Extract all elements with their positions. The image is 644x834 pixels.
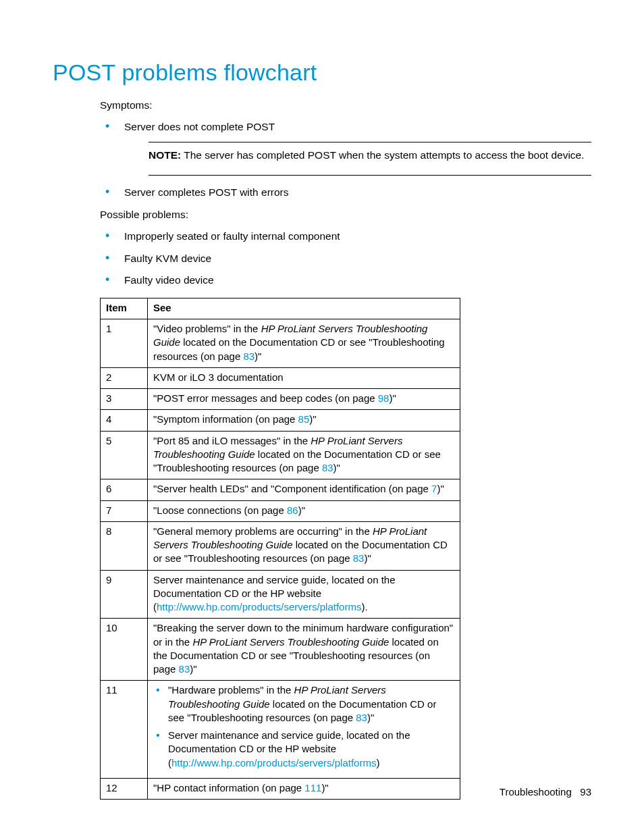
- table-row: 12 "HP contact information (on page 111)…: [101, 778, 460, 799]
- text: located on the Documentation CD or see "…: [153, 336, 445, 361]
- text: "Hardware problems" in the: [168, 684, 294, 696]
- cell-item: 11: [101, 681, 148, 779]
- symptom-item: Server does not complete POST NOTE: The …: [100, 120, 591, 176]
- footer-page-number: 93: [580, 786, 591, 798]
- cell-item: 8: [101, 521, 148, 570]
- symptoms-label: Symptoms:: [100, 98, 591, 113]
- text: )": [364, 552, 371, 564]
- cell-see: Server maintenance and service guide, lo…: [148, 570, 460, 619]
- cell-see: "Port 85 and iLO messages" in the HP Pro…: [148, 431, 460, 479]
- cell-see: "POST error messages and beep codes (on …: [148, 389, 460, 410]
- table-row: 5 "Port 85 and iLO messages" in the HP P…: [101, 431, 460, 479]
- page-link[interactable]: 85: [298, 413, 310, 425]
- cell-item: 6: [101, 479, 148, 500]
- cell-bullet-item: Server maintenance and service guide, lo…: [153, 729, 454, 770]
- text: "Port 85 and iLO messages" in the: [153, 435, 311, 446]
- table-row: 8 "General memory problems are occurring…: [101, 521, 460, 570]
- cell-see: "Breaking the server down to the minimum…: [148, 619, 460, 681]
- text: )": [190, 663, 196, 675]
- symptom-item: Server completes POST with errors: [100, 185, 591, 200]
- cell-item: 1: [101, 319, 148, 368]
- symptoms-list: Server does not complete POST NOTE: The …: [100, 120, 591, 200]
- cell-item: 12: [101, 778, 148, 799]
- cell-see: "Symptom information (on page 85)": [148, 410, 460, 431]
- text: ).: [361, 601, 367, 613]
- cell-item: 9: [101, 570, 148, 619]
- table-row: 9 Server maintenance and service guide, …: [101, 570, 460, 619]
- url-link[interactable]: http://www.hp.com/products/servers/platf…: [157, 601, 361, 613]
- possible-item: Faulty video device: [100, 273, 591, 288]
- text: "Symptom information (on page: [153, 413, 298, 425]
- table-row: 1 "Video problems" in the HP ProLiant Se…: [101, 319, 460, 368]
- cell-see: "Hardware problems" in the HP ProLiant S…: [148, 681, 460, 779]
- cell-bullet-item: "Hardware problems" in the HP ProLiant S…: [153, 683, 454, 725]
- cell-see: "HP contact information (on page 111)": [148, 778, 460, 799]
- table-row: 11 "Hardware problems" in the HP ProLian…: [101, 681, 460, 779]
- italic-text: HP ProLiant Servers Troubleshooting Guid…: [192, 636, 389, 648]
- text: )": [309, 413, 316, 425]
- cell-item: 10: [101, 619, 148, 681]
- cell-item: 3: [101, 389, 148, 410]
- cell-item: 7: [101, 500, 148, 521]
- page-link[interactable]: 111: [304, 782, 321, 793]
- cell-see: "Loose connections (on page 86)": [148, 500, 460, 521]
- page-link[interactable]: 98: [378, 392, 390, 404]
- text: )": [254, 350, 261, 362]
- page-link[interactable]: 83: [243, 350, 254, 362]
- text: "Server health LEDs" and "Component iden…: [153, 483, 431, 494]
- cell-item: 4: [101, 410, 148, 431]
- footer-section: Troubleshooting: [500, 786, 572, 798]
- table-row: 3 "POST error messages and beep codes (o…: [101, 389, 460, 410]
- text: )": [367, 712, 374, 723]
- body-content: Symptoms: Server does not complete POST …: [100, 98, 591, 800]
- cell-item: 2: [101, 367, 148, 388]
- table-row: 7 "Loose connections (on page 86)": [101, 500, 460, 521]
- cell-see: "Server health LEDs" and "Component iden…: [148, 479, 460, 500]
- th-item: Item: [101, 298, 148, 319]
- text: "POST error messages and beep codes (on …: [153, 392, 378, 404]
- note-label: NOTE:: [149, 149, 181, 161]
- text: "Loose connections (on page: [153, 504, 287, 516]
- table-row: 4 "Symptom information (on page 85)": [101, 410, 460, 431]
- reference-table: Item See 1 "Video problems" in the HP Pr…: [100, 298, 460, 800]
- note-text: The server has completed POST when the s…: [181, 149, 584, 161]
- text: )": [298, 504, 305, 516]
- page-link[interactable]: 86: [287, 504, 298, 516]
- text: )": [389, 392, 396, 404]
- cell-see: "General memory problems are occurring" …: [148, 521, 460, 570]
- possible-item: Improperly seated or faulty internal com…: [100, 229, 591, 244]
- cell-see: "Video problems" in the HP ProLiant Serv…: [148, 319, 460, 368]
- page-link[interactable]: 83: [179, 663, 190, 675]
- text: "General memory problems are occurring" …: [153, 525, 373, 537]
- symptom-text: Server does not complete POST: [124, 121, 275, 132]
- page-footer: Troubleshooting 93: [500, 786, 591, 798]
- text: ): [376, 757, 379, 768]
- table-header-row: Item See: [101, 298, 460, 319]
- text: )": [437, 483, 444, 494]
- url-link[interactable]: http://www.hp.com/products/servers/platf…: [171, 757, 376, 768]
- document-page: POST problems flowchart Symptoms: Server…: [0, 0, 644, 800]
- page-link[interactable]: 83: [356, 712, 367, 723]
- page-link[interactable]: 83: [322, 462, 333, 473]
- cell-item: 5: [101, 431, 148, 479]
- table-row: 2 KVM or iLO 3 documentation: [101, 367, 460, 388]
- cell-see: KVM or iLO 3 documentation: [148, 367, 460, 388]
- table-row: 6 "Server health LEDs" and "Component id…: [101, 479, 460, 500]
- possible-item: Faulty KVM device: [100, 251, 591, 266]
- cell-bullet-list: "Hardware problems" in the HP ProLiant S…: [153, 683, 454, 770]
- th-see: See: [148, 298, 460, 319]
- text: "Video problems" in the: [153, 323, 261, 334]
- table-row: 10 "Breaking the server down to the mini…: [101, 619, 460, 681]
- note-block: NOTE: The server has completed POST when…: [149, 142, 591, 176]
- text: "HP contact information (on page: [153, 782, 304, 793]
- text: )": [333, 462, 340, 473]
- page-link[interactable]: 83: [353, 552, 365, 564]
- possible-problems-label: Possible problems:: [100, 207, 591, 222]
- text: )": [321, 782, 328, 793]
- page-heading: POST problems flowchart: [53, 59, 591, 86]
- possible-problems-list: Improperly seated or faulty internal com…: [100, 229, 591, 288]
